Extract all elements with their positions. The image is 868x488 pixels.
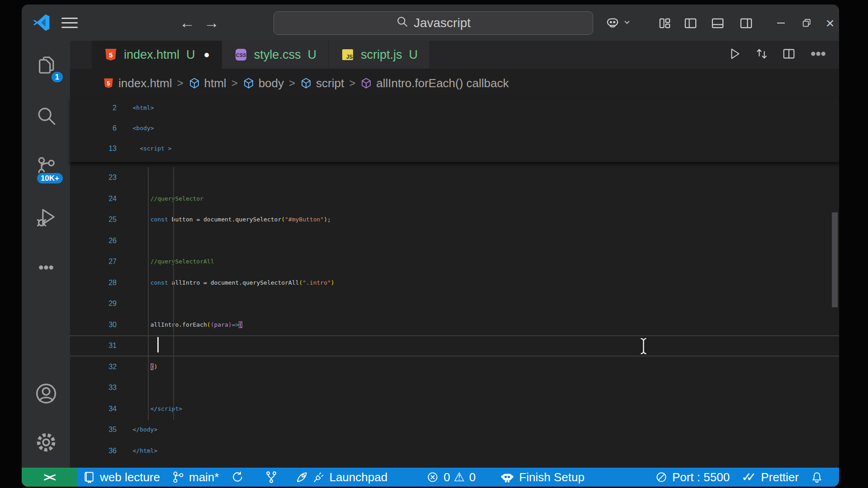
scrollbar-slider[interactable] — [832, 212, 838, 307]
line-number: 31 — [70, 335, 122, 357]
activity-item-settings[interactable] — [22, 419, 70, 468]
activity-item-run-debug[interactable] — [22, 192, 70, 243]
code-line-2[interactable]: 2 <html> — [70, 98, 839, 118]
sync-icon — [231, 471, 243, 483]
copilot-menu-button[interactable] — [605, 14, 632, 32]
editor-action-compare-changes[interactable] — [755, 47, 769, 62]
code-line-33[interactable]: 33 — [70, 377, 839, 399]
code-line-23[interactable]: 23 — [70, 167, 839, 188]
line-content: const allIntro = document.querySelectorA… — [122, 272, 335, 294]
line-number: 33 — [70, 377, 122, 399]
vscode-logo-icon — [32, 12, 52, 33]
line-number: 28 — [70, 272, 122, 294]
editor-action-split-editor[interactable] — [782, 47, 796, 62]
code-line-24[interactable]: 24 //querySelector — [70, 188, 839, 210]
activity-item-account[interactable] — [22, 370, 70, 419]
line-number: 34 — [70, 399, 122, 420]
code-line-35[interactable]: 35 </body> — [70, 419, 839, 441]
breadcrumb-item[interactable]: html — [189, 76, 226, 90]
sb-item-remote[interactable]: >< — [22, 468, 77, 487]
sb-label: 0 — [443, 470, 450, 484]
sb-item-port[interactable]: Port : 5500 — [649, 468, 736, 487]
tab-index.html[interactable]: 5index.htmlU● — [92, 41, 222, 69]
breadcrumb-item[interactable]: script — [300, 76, 344, 90]
code-line-27[interactable]: 27 //querySelectorAll — [70, 251, 839, 272]
line-content — [122, 335, 159, 357]
unsaved-dot: ● — [204, 49, 210, 61]
sb-item-git-branch[interactable]: main* — [166, 468, 225, 487]
minimize-button[interactable] — [770, 14, 792, 32]
line-content: }) — [122, 357, 157, 378]
sb-item-prettier[interactable]: ✓✓Prettier — [736, 468, 805, 487]
sb-item-bell[interactable] — [805, 468, 829, 487]
sb-label: Launchpad — [329, 470, 387, 484]
menu-hamburger-icon[interactable] — [60, 16, 80, 29]
tab-git-status: U — [307, 48, 316, 62]
code-line-26[interactable]: 26 — [70, 230, 839, 252]
line-number: 2 — [70, 98, 122, 118]
activity-item-source-control[interactable]: 10K+ — [22, 142, 70, 192]
search-icon — [36, 105, 57, 128]
nav-forward-button[interactable]: → — [201, 14, 222, 31]
nav-back-button[interactable]: ← — [176, 14, 198, 31]
code-line-13[interactable]: 13 <script > — [70, 138, 839, 159]
tab-script.js[interactable]: JSscript.jsU — [329, 41, 430, 69]
breadcrumb-separator-icon: > — [344, 77, 360, 89]
breadcrumb-item[interactable]: allIntro.forEach() callback — [360, 76, 509, 90]
sb-item-fork[interactable] — [259, 468, 283, 487]
code-line-25[interactable]: 25 const button = document.querySelector… — [70, 209, 839, 230]
breadcrumb-separator-icon: > — [172, 77, 189, 89]
js-file-icon: JS — [340, 47, 355, 62]
sb-item-launchpad[interactable]: Launchpad — [290, 468, 393, 487]
sb-item-errors[interactable]: 0 — [420, 468, 452, 487]
close-button[interactable]: × — [819, 14, 839, 32]
breadcrumb-label: script — [316, 76, 344, 90]
circle-slash-icon — [655, 471, 668, 483]
line-number: 26 — [70, 230, 122, 252]
activity-item-explorer[interactable]: 1 — [22, 41, 70, 91]
code-line-28[interactable]: 28 const allIntro = document.querySelect… — [70, 272, 839, 294]
sb-label: Finish Setup — [519, 470, 585, 484]
sticky-scroll[interactable]: 2 <html>6 <body>13 <script > — [70, 98, 839, 162]
command-center-search[interactable]: Javascript — [274, 11, 593, 35]
line-number: 25 — [70, 209, 122, 230]
breadcrumb-item[interactable]: body — [243, 76, 284, 90]
code-line-31[interactable]: 31 — [70, 335, 839, 357]
copilot-icon — [500, 470, 514, 484]
compare-icon — [755, 54, 769, 62]
toggle-secondary-sidebar-button[interactable] — [735, 14, 757, 32]
code-line-34[interactable]: 34 </script> — [70, 399, 839, 420]
restore-button[interactable] — [796, 14, 817, 32]
sb-item-web-lecture[interactable]: web lecture — [77, 468, 166, 487]
code-line-6[interactable]: 6 <body> — [70, 118, 839, 138]
code-line-32[interactable]: 32 }) — [70, 357, 839, 378]
title-bar: ← → Javascript — [22, 5, 839, 41]
sb-item-finish-setup[interactable]: Finish Setup — [494, 468, 590, 487]
code-line-30[interactable]: 30 allIntro.forEach((para)=>{ — [70, 314, 839, 336]
double-check-icon: ✓✓ — [741, 470, 756, 484]
indent-guide — [148, 167, 149, 420]
copilot-icon — [605, 14, 620, 32]
toggle-panel-button[interactable] — [707, 14, 728, 32]
line-content: //querySelectorAll — [122, 251, 214, 272]
tab-style.css[interactable]: CSSstyle.cssU — [222, 41, 329, 69]
line-content: </body> — [122, 419, 157, 441]
customize-layout-button[interactable] — [654, 14, 675, 32]
breadcrumb-item[interactable]: 5index.html — [103, 76, 172, 90]
editor-action-more-actions[interactable] — [809, 45, 827, 65]
html-file-icon: 5 — [104, 47, 118, 62]
breadcrumb-label: html — [204, 76, 226, 90]
code-line-29[interactable]: 29 — [70, 293, 839, 314]
toggle-primary-sidebar-button[interactable] — [679, 14, 701, 32]
split-icon — [782, 54, 796, 62]
editor-action-run[interactable] — [728, 47, 741, 62]
code-area[interactable]: 2324 //querySelector25 const button = do… — [70, 162, 839, 468]
line-content: <body> — [122, 118, 154, 138]
code-line-36[interactable]: 36 </html> — [70, 441, 839, 462]
sb-item-warnings[interactable]: ⚠0 — [452, 468, 482, 487]
search-value: Javascript — [414, 16, 471, 30]
sb-item-sync[interactable] — [225, 468, 249, 487]
activity-item-more[interactable] — [22, 243, 70, 294]
git-fork-icon — [265, 471, 278, 483]
activity-item-search[interactable] — [22, 91, 70, 142]
